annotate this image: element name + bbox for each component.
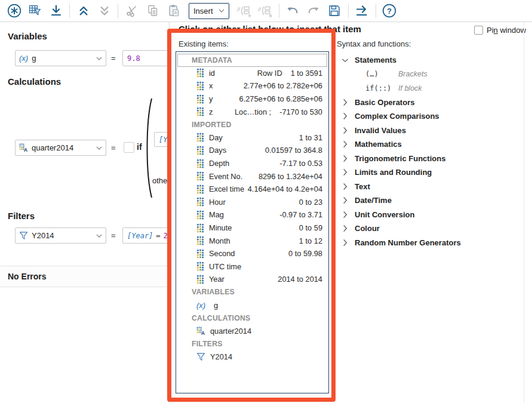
apply-and-close-button[interactable] — [354, 3, 370, 19]
list-item-month[interactable]: Month 1 to 12 — [176, 234, 328, 247]
down-arrow-icon — [48, 3, 64, 19]
equals-sign: = — [111, 143, 116, 152]
toolbar-separator — [69, 4, 70, 18]
field-icon — [196, 236, 204, 245]
variable-selector[interactable]: (x) g — [15, 50, 106, 66]
list-item-y[interactable]: y 6.275e+06 to 6.285e+06 — [176, 93, 328, 106]
list-item-event-no[interactable]: Event No. 8296 to 1.324e+04 — [176, 170, 328, 183]
list-item-utc-time[interactable]: UTC time — [176, 260, 328, 273]
asterisk-circle-icon — [7, 3, 22, 19]
list-item-mag[interactable]: Mag -0.97 to 3.71 — [176, 208, 328, 222]
field-icon — [196, 68, 204, 78]
calculation-selector[interactable]: quarter2014 — [15, 140, 106, 156]
chevron-right-icon — [341, 196, 349, 204]
list-item-quarter2014[interactable]: quarter2014 — [176, 324, 328, 337]
chevron-right-icon — [341, 211, 349, 219]
tree-category-random-number-generators[interactable]: Random Number Generators — [337, 236, 528, 250]
help-button[interactable]: ? — [382, 3, 398, 19]
copy-button — [144, 3, 161, 19]
field-icon — [196, 159, 204, 168]
tree-category-unit-conversion[interactable]: Unit Conversion — [337, 208, 528, 222]
table-funnel-icon — [27, 3, 43, 19]
list-item-g[interactable]: (x) g — [176, 299, 328, 312]
save-button[interactable] — [327, 3, 343, 19]
calculation-option-checkbox[interactable] — [124, 142, 134, 153]
list-header-variables: VARIABLES — [176, 286, 328, 299]
field-icon — [196, 210, 204, 220]
list-item-day[interactable]: Day 1 to 31 — [176, 131, 328, 144]
list-item-depth[interactable]: Depth -7.17 to 0.53 — [176, 157, 328, 170]
chevron-down-icon — [341, 58, 349, 63]
tree-item-brackets[interactable]: (…) Brackets — [337, 67, 528, 82]
chevron-right-icon — [341, 112, 349, 120]
new-item-button[interactable] — [6, 3, 22, 19]
list-header-metadata: METADATA — [177, 54, 327, 67]
tree-category-invalid-values[interactable]: Invalid Values — [337, 124, 528, 138]
field-icon — [196, 184, 204, 194]
field-icon — [196, 94, 204, 104]
list-item-second[interactable]: Second 0 to 59.98 — [176, 247, 328, 260]
list-item-excel-time[interactable]: Excel time 4.164e+04 to 4.2e+04 — [176, 183, 328, 196]
variable-name: g — [32, 54, 36, 63]
list-item-year[interactable]: Year 2014 to 2014 — [176, 273, 328, 286]
svg-text:if: if — [237, 7, 241, 13]
redo-button — [306, 3, 322, 19]
syntax-functions-label: Syntax and functions: — [337, 39, 411, 48]
calculations-heading: Calculations — [8, 76, 61, 87]
insert-dropdown-label: Insert — [193, 7, 213, 16]
if-keyword: if — [137, 142, 142, 152]
tree-category-basic-operators[interactable]: Basic Operators — [337, 96, 528, 110]
chevron-right-icon — [341, 127, 349, 134]
variables-heading: Variables — [8, 31, 47, 41]
list-header-filters: FILTERS — [176, 337, 328, 350]
list-item-id[interactable]: id Row ID1 to 3591 — [176, 67, 328, 80]
list-item-hour[interactable]: Hour 0 to 23 — [176, 196, 328, 209]
scissors-icon — [124, 3, 140, 19]
field-icon — [196, 107, 204, 116]
remove-if-block-icon: if — [257, 3, 273, 19]
paste-button[interactable] — [165, 3, 182, 19]
syntax-functions-tree: Statements (…) Brackets if(::) If block … — [337, 53, 528, 250]
toolbar: Insert if if — [0, 0, 532, 22]
tree-category-date-time[interactable]: Date/Time — [337, 193, 528, 208]
scrollbar-track[interactable] — [524, 22, 524, 403]
add-if-block-button: if — [236, 3, 253, 19]
funnel-icon — [19, 231, 28, 240]
move-up-button[interactable] — [75, 3, 91, 19]
double-chevron-up-icon — [76, 3, 91, 19]
tree-category-mathematics[interactable]: Mathematics — [337, 137, 528, 152]
insert-dropdown[interactable]: Insert — [189, 3, 229, 19]
open-parenthesis — [144, 97, 153, 199]
arrow-right-icon — [354, 3, 370, 19]
tree-item-if-block[interactable]: if(::) If block — [337, 81, 528, 96]
list-item-days[interactable]: Days 0.01597 to 364.8 — [176, 144, 328, 157]
field-icon — [196, 171, 204, 181]
list-header-calculations: CALCULATIONS — [176, 312, 328, 325]
filter-selector[interactable]: Y2014 — [15, 227, 106, 244]
chevron-right-icon — [341, 239, 349, 247]
calculation-icon — [19, 143, 28, 152]
chevron-right-icon — [341, 99, 349, 106]
data-filter-button[interactable] — [27, 3, 43, 19]
tree-category-limits-and-rounding[interactable]: Limits and Rounding — [337, 165, 528, 180]
svg-text:if: if — [258, 7, 262, 13]
tree-category-colour[interactable]: Colour — [337, 222, 528, 236]
redo-icon — [306, 3, 321, 19]
list-item-x[interactable]: x 2.77e+06 to 2.782e+06 — [176, 79, 328, 93]
pin-window-control[interactable]: Pin window — [474, 26, 526, 35]
tree-category-complex-comparisons[interactable]: Complex Comparisons — [337, 109, 528, 124]
pin-window-checkbox[interactable] — [474, 26, 483, 35]
field-icon — [196, 262, 204, 271]
list-item-minute[interactable]: Minute 0 to 59 — [176, 222, 328, 235]
tree-category-text[interactable]: Text — [337, 180, 528, 194]
tree-category-statements[interactable]: Statements — [337, 53, 528, 67]
tree-category-trigonometric-functions[interactable]: Trigonometric Functions — [337, 152, 528, 166]
undo-button[interactable] — [285, 3, 301, 19]
list-item-y2014[interactable]: Y2014 — [176, 350, 328, 364]
cut-button — [124, 3, 140, 19]
funnel-icon — [196, 352, 205, 361]
variable-value-field[interactable]: 9.8 — [122, 50, 176, 66]
list-item-z[interactable]: z Loc…tion ;-7170 to 530 — [176, 105, 328, 118]
field-icon — [196, 133, 204, 142]
insert-item-button[interactable] — [48, 3, 64, 19]
